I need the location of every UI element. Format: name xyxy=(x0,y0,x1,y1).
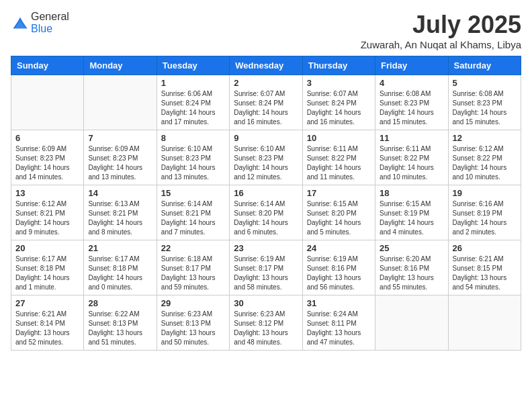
col-thursday: Thursday xyxy=(302,56,375,75)
day-number: 15 xyxy=(161,188,225,198)
day-info: Sunrise: 6:08 AM Sunset: 8:23 PM Dayligh… xyxy=(380,89,443,127)
day-number: 25 xyxy=(380,243,443,253)
title-area: July 2025 Zuwarah, An Nuqat al Khams, Li… xyxy=(361,11,521,50)
col-wednesday: Wednesday xyxy=(230,56,302,75)
day-number: 5 xyxy=(453,78,517,88)
calendar-week-row: 13Sunrise: 6:12 AM Sunset: 8:21 PM Dayli… xyxy=(11,185,521,240)
day-info: Sunrise: 6:09 AM Sunset: 8:23 PM Dayligh… xyxy=(15,144,79,182)
day-info: Sunrise: 6:13 AM Sunset: 8:21 PM Dayligh… xyxy=(88,199,152,237)
table-row: 24Sunrise: 6:19 AM Sunset: 8:16 PM Dayli… xyxy=(302,240,375,295)
calendar-week-row: 6Sunrise: 6:09 AM Sunset: 8:23 PM Daylig… xyxy=(11,130,521,185)
day-info: Sunrise: 6:06 AM Sunset: 8:24 PM Dayligh… xyxy=(161,89,225,127)
day-number: 1 xyxy=(161,78,225,88)
day-number: 26 xyxy=(453,243,517,253)
day-number: 30 xyxy=(234,298,298,308)
day-number: 18 xyxy=(380,188,443,198)
day-info: Sunrise: 6:17 AM Sunset: 8:18 PM Dayligh… xyxy=(15,255,79,292)
table-row: 5Sunrise: 6:08 AM Sunset: 8:23 PM Daylig… xyxy=(448,75,521,130)
calendar-header-row: Sunday Monday Tuesday Wednesday Thursday… xyxy=(11,56,521,75)
day-info: Sunrise: 6:20 AM Sunset: 8:16 PM Dayligh… xyxy=(380,255,443,292)
table-row: 12Sunrise: 6:12 AM Sunset: 8:22 PM Dayli… xyxy=(448,130,521,185)
table-row: 28Sunrise: 6:22 AM Sunset: 8:13 PM Dayli… xyxy=(84,295,157,351)
day-number: 9 xyxy=(234,133,298,143)
logo: General Blue xyxy=(11,11,69,35)
day-info: Sunrise: 6:14 AM Sunset: 8:21 PM Dayligh… xyxy=(161,199,225,237)
table-row: 17Sunrise: 6:15 AM Sunset: 8:20 PM Dayli… xyxy=(302,185,375,240)
day-number: 3 xyxy=(307,78,371,88)
day-number: 16 xyxy=(234,188,298,198)
logo-general: General xyxy=(31,11,69,22)
table-row: 15Sunrise: 6:14 AM Sunset: 8:21 PM Dayli… xyxy=(157,185,229,240)
table-row xyxy=(375,295,448,351)
day-number: 23 xyxy=(234,243,298,253)
day-info: Sunrise: 6:08 AM Sunset: 8:23 PM Dayligh… xyxy=(453,89,517,127)
day-info: Sunrise: 6:21 AM Sunset: 8:15 PM Dayligh… xyxy=(453,255,517,292)
day-number: 4 xyxy=(380,78,443,88)
col-sunday: Sunday xyxy=(11,56,84,75)
day-info: Sunrise: 6:15 AM Sunset: 8:19 PM Dayligh… xyxy=(380,199,443,237)
table-row: 10Sunrise: 6:11 AM Sunset: 8:22 PM Dayli… xyxy=(302,130,375,185)
logo-icon xyxy=(11,13,30,32)
table-row: 31Sunrise: 6:24 AM Sunset: 8:11 PM Dayli… xyxy=(302,295,375,351)
table-row xyxy=(84,75,157,130)
day-info: Sunrise: 6:19 AM Sunset: 8:17 PM Dayligh… xyxy=(234,255,298,292)
table-row: 1Sunrise: 6:06 AM Sunset: 8:24 PM Daylig… xyxy=(157,75,229,130)
day-number: 14 xyxy=(88,188,152,198)
day-number: 10 xyxy=(307,133,371,143)
day-info: Sunrise: 6:22 AM Sunset: 8:13 PM Dayligh… xyxy=(88,310,152,347)
day-info: Sunrise: 6:07 AM Sunset: 8:24 PM Dayligh… xyxy=(307,89,371,127)
day-info: Sunrise: 6:09 AM Sunset: 8:23 PM Dayligh… xyxy=(88,144,152,182)
day-number: 21 xyxy=(88,243,152,253)
day-number: 27 xyxy=(15,298,79,308)
day-number: 24 xyxy=(307,243,371,253)
day-info: Sunrise: 6:23 AM Sunset: 8:12 PM Dayligh… xyxy=(234,310,298,347)
table-row: 3Sunrise: 6:07 AM Sunset: 8:24 PM Daylig… xyxy=(302,75,375,130)
day-info: Sunrise: 6:23 AM Sunset: 8:13 PM Dayligh… xyxy=(161,310,225,347)
calendar-week-row: 1Sunrise: 6:06 AM Sunset: 8:24 PM Daylig… xyxy=(11,75,521,130)
table-row: 14Sunrise: 6:13 AM Sunset: 8:21 PM Dayli… xyxy=(84,185,157,240)
table-row: 11Sunrise: 6:11 AM Sunset: 8:22 PM Dayli… xyxy=(375,130,448,185)
table-row: 29Sunrise: 6:23 AM Sunset: 8:13 PM Dayli… xyxy=(157,295,229,351)
table-row: 23Sunrise: 6:19 AM Sunset: 8:17 PM Dayli… xyxy=(230,240,302,295)
day-info: Sunrise: 6:14 AM Sunset: 8:20 PM Dayligh… xyxy=(234,199,298,237)
day-number: 7 xyxy=(88,133,152,143)
table-row: 13Sunrise: 6:12 AM Sunset: 8:21 PM Dayli… xyxy=(11,185,84,240)
table-row: 8Sunrise: 6:10 AM Sunset: 8:23 PM Daylig… xyxy=(157,130,229,185)
day-info: Sunrise: 6:16 AM Sunset: 8:19 PM Dayligh… xyxy=(453,199,517,237)
col-monday: Monday xyxy=(84,56,157,75)
day-number: 17 xyxy=(307,188,371,198)
col-friday: Friday xyxy=(375,56,448,75)
table-row: 16Sunrise: 6:14 AM Sunset: 8:20 PM Dayli… xyxy=(230,185,302,240)
table-row: 7Sunrise: 6:09 AM Sunset: 8:23 PM Daylig… xyxy=(84,130,157,185)
calendar-week-row: 20Sunrise: 6:17 AM Sunset: 8:18 PM Dayli… xyxy=(11,240,521,295)
day-info: Sunrise: 6:18 AM Sunset: 8:17 PM Dayligh… xyxy=(161,255,225,292)
day-number: 2 xyxy=(234,78,298,88)
day-info: Sunrise: 6:12 AM Sunset: 8:21 PM Dayligh… xyxy=(15,199,79,237)
day-info: Sunrise: 6:17 AM Sunset: 8:18 PM Dayligh… xyxy=(88,255,152,292)
day-info: Sunrise: 6:19 AM Sunset: 8:16 PM Dayligh… xyxy=(307,255,371,292)
day-number: 19 xyxy=(453,188,517,198)
table-row xyxy=(11,75,84,130)
calendar-week-row: 27Sunrise: 6:21 AM Sunset: 8:14 PM Dayli… xyxy=(11,295,521,351)
logo-blue: Blue xyxy=(31,23,52,34)
day-info: Sunrise: 6:24 AM Sunset: 8:11 PM Dayligh… xyxy=(307,310,371,347)
calendar-table: Sunday Monday Tuesday Wednesday Thursday… xyxy=(11,56,521,351)
table-row: 26Sunrise: 6:21 AM Sunset: 8:15 PM Dayli… xyxy=(448,240,521,295)
table-row: 6Sunrise: 6:09 AM Sunset: 8:23 PM Daylig… xyxy=(11,130,84,185)
day-number: 28 xyxy=(88,298,152,308)
col-tuesday: Tuesday xyxy=(157,56,229,75)
day-info: Sunrise: 6:15 AM Sunset: 8:20 PM Dayligh… xyxy=(307,199,371,237)
table-row: 20Sunrise: 6:17 AM Sunset: 8:18 PM Dayli… xyxy=(11,240,84,295)
day-info: Sunrise: 6:10 AM Sunset: 8:23 PM Dayligh… xyxy=(234,144,298,182)
day-info: Sunrise: 6:12 AM Sunset: 8:22 PM Dayligh… xyxy=(453,144,517,182)
table-row: 22Sunrise: 6:18 AM Sunset: 8:17 PM Dayli… xyxy=(157,240,229,295)
month-title: July 2025 xyxy=(361,11,521,39)
day-number: 11 xyxy=(380,133,443,143)
day-number: 13 xyxy=(15,188,79,198)
table-row: 27Sunrise: 6:21 AM Sunset: 8:14 PM Dayli… xyxy=(11,295,84,351)
day-info: Sunrise: 6:07 AM Sunset: 8:24 PM Dayligh… xyxy=(234,89,298,127)
day-number: 20 xyxy=(15,243,79,253)
day-number: 31 xyxy=(307,298,371,308)
page-header: General Blue July 2025 Zuwarah, An Nuqat… xyxy=(11,11,521,50)
day-number: 12 xyxy=(453,133,517,143)
